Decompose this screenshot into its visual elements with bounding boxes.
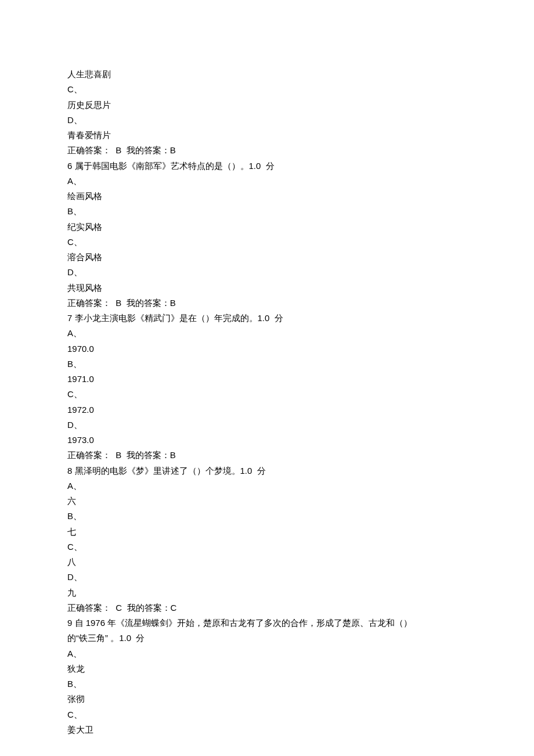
text-line: 溶合风格: [67, 250, 467, 265]
option-label: D、: [67, 417, 467, 433]
text-line: 人生悲喜剧: [67, 67, 467, 82]
text-line: 1972.0: [67, 402, 467, 417]
text-line: 八: [67, 555, 467, 570]
option-label: C、: [67, 707, 467, 722]
text-line: 1970.0: [67, 341, 467, 357]
option-label: D、: [67, 113, 467, 128]
document-page: 人生悲喜剧 C、 历史反思片 D、 青春爱情片 正确答案： B 我的答案：B 6…: [0, 0, 534, 756]
text-line: 历史反思片: [67, 98, 467, 113]
question-line: 9 自 1976 年《流星蝴蝶剑》开始，楚原和古龙有了多次的合作，形成了楚原、古…: [67, 615, 467, 631]
option-label: C、: [67, 82, 467, 97]
answer-line: 正确答案： B 我的答案：B: [67, 143, 467, 158]
question-line: 的“铁三角” 。1.0 分: [67, 631, 467, 646]
text-line: 纪实风格: [67, 219, 467, 235]
text-line: 共现风格: [67, 280, 467, 296]
option-label: A、: [67, 646, 467, 661]
text-line: 七: [67, 524, 467, 539]
text-line: 九: [67, 585, 467, 600]
text-line: 青春爱情片: [67, 128, 467, 143]
option-label: C、: [67, 539, 467, 555]
text-line: 绘画风格: [67, 189, 467, 204]
answer-line: 正确答案： B 我的答案：B: [67, 448, 467, 463]
option-label: B、: [67, 676, 467, 692]
text-line: 张彻: [67, 692, 467, 707]
answer-line: 正确答案： C 我的答案：C: [67, 600, 467, 615]
text-line: 狄龙: [67, 661, 467, 676]
option-label: D、: [67, 570, 467, 585]
question-line: 7 李小龙主演电影《精武门》是在（）年完成的。1.0 分: [67, 311, 467, 326]
option-label: C、: [67, 235, 467, 250]
text-line: 六: [67, 494, 467, 509]
question-line: 6 属于韩国电影《南部军》艺术特点的是（）。1.0 分: [67, 159, 467, 174]
option-label: B、: [67, 357, 467, 372]
option-label: C、: [67, 387, 467, 402]
text-line: 姜大卫: [67, 722, 467, 737]
option-label: A、: [67, 326, 467, 341]
option-label: A、: [67, 478, 467, 494]
option-label: D、: [67, 265, 467, 280]
option-label: A、: [67, 174, 467, 189]
answer-line: 正确答案： B 我的答案：B: [67, 296, 467, 311]
question-line: 8 黑泽明的电影《梦》里讲述了（）个梦境。1.0 分: [67, 463, 467, 478]
option-label: B、: [67, 509, 467, 524]
text-line: 1971.0: [67, 372, 467, 387]
text-line: 1973.0: [67, 433, 467, 448]
option-label: B、: [67, 204, 467, 219]
